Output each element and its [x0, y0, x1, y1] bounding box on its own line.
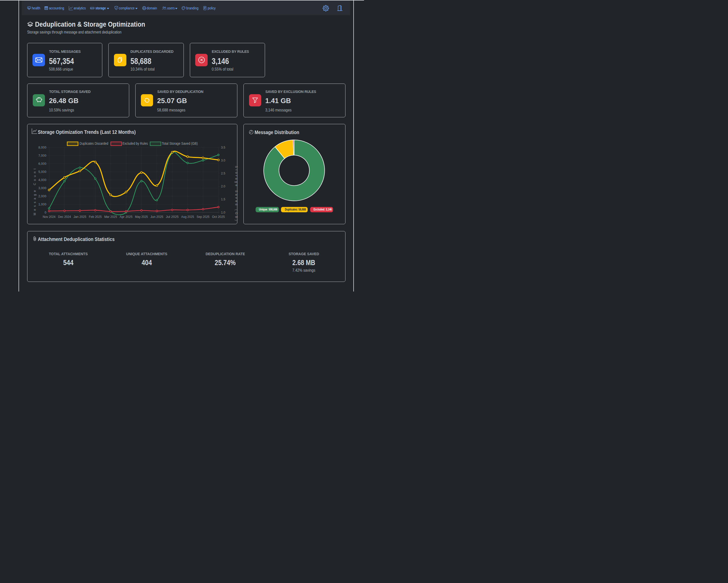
svg-text:3.0: 3.0	[221, 158, 226, 162]
svg-text:1.0: 1.0	[221, 210, 226, 214]
svg-text:Apr 2025: Apr 2025	[120, 215, 132, 219]
svg-text:2.5: 2.5	[221, 171, 226, 175]
svg-text:Jan 2025: Jan 2025	[73, 215, 86, 219]
svg-text:5,000: 5,000	[38, 170, 47, 173]
svg-text:3.5: 3.5	[221, 146, 226, 149]
svg-text:Aug 2025: Aug 2025	[181, 215, 194, 219]
svg-text:Jul 2025: Jul 2025	[166, 215, 179, 219]
svg-text:1,000: 1,000	[38, 202, 47, 206]
svg-text:Duplicates Discarded: Duplicates Discarded	[80, 141, 108, 146]
svg-text:May 2025: May 2025	[135, 215, 148, 219]
svg-text:Jun 2025: Jun 2025	[151, 215, 163, 219]
svg-text:4,000: 4,000	[38, 178, 47, 181]
svg-text:Total Storage Saved (GB): Total Storage Saved (GB)	[162, 141, 198, 146]
svg-text:1.5: 1.5	[221, 198, 226, 201]
svg-text:Feb 2025: Feb 2025	[89, 215, 102, 219]
svg-text:Message Count: Message Count	[33, 168, 36, 215]
svg-text:Nov 2024: Nov 2024	[43, 215, 56, 219]
svg-text:3,000: 3,000	[38, 186, 47, 190]
svg-text:2,000: 2,000	[38, 194, 47, 198]
svg-text:7,000: 7,000	[38, 154, 47, 157]
svg-text:Excluded by Rules: Excluded by Rules	[123, 141, 148, 146]
svg-text:Sep 2025: Sep 2025	[197, 215, 210, 219]
svg-text:Mar 2025: Mar 2025	[104, 215, 117, 219]
svg-text:0: 0	[45, 210, 47, 214]
svg-text:Dec 2024: Dec 2024	[58, 215, 71, 219]
svg-text:Oct 2025: Oct 2025	[212, 215, 225, 219]
svg-text:8,000: 8,000	[38, 146, 47, 149]
svg-text:2.0: 2.0	[221, 185, 226, 188]
svg-text:6,000: 6,000	[38, 162, 47, 165]
